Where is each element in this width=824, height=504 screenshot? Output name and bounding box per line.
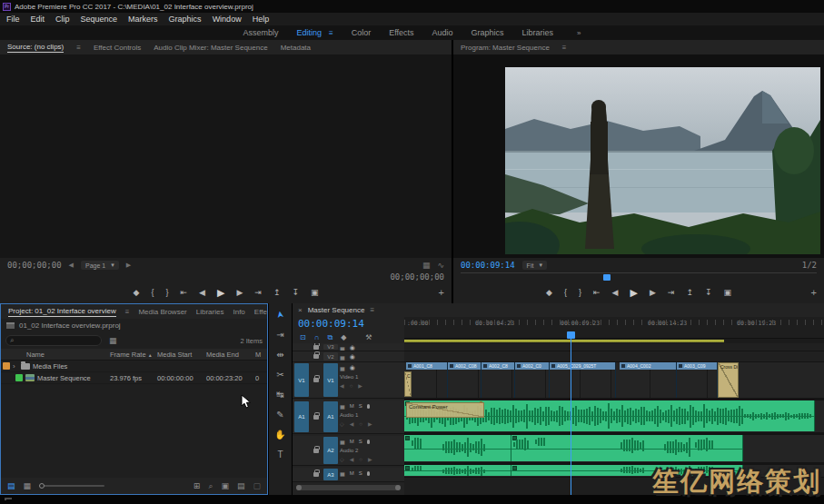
track-target-v2[interactable]: V2 <box>323 352 338 361</box>
track-target-a1[interactable]: A1 <box>323 401 338 432</box>
snap-icon[interactable]: ∩ <box>314 333 320 341</box>
video-clip[interactable]: A001_C8 <box>406 362 448 398</box>
sync-lock-icon[interactable]: ▦ <box>340 403 345 410</box>
voiceover-record-icon[interactable] <box>367 440 370 444</box>
workspace-assembly[interactable]: Assembly <box>243 28 278 37</box>
step-forward-icon[interactable]: ▶ <box>650 288 656 297</box>
go-to-out-icon[interactable]: ⇥ <box>668 288 675 297</box>
workspace-libraries[interactable]: Libraries <box>522 28 554 37</box>
timeline-timecode[interactable]: 00:00:09:14 <box>293 317 404 331</box>
prev-keyframe-icon[interactable]: ◀ <box>340 382 344 389</box>
mute-button[interactable]: M <box>350 439 354 444</box>
mark-in-icon[interactable]: { <box>151 288 154 297</box>
prev-keyframe-icon[interactable]: ◀ <box>350 456 354 462</box>
label-color-swatch[interactable] <box>3 362 10 370</box>
lane-v3[interactable] <box>404 343 824 351</box>
column-name[interactable]: Name <box>3 351 110 359</box>
solo-button[interactable]: S <box>359 403 362 409</box>
track-name[interactable]: Video 1 <box>340 372 404 381</box>
add-keyframe-icon[interactable]: ○ <box>359 457 362 462</box>
tab-audio-clip-mixer[interactable]: Audio Clip Mixer: Master Sequence <box>154 44 267 52</box>
button-editor-icon[interactable]: + <box>439 287 444 298</box>
tab-info[interactable]: Info <box>233 308 244 316</box>
extract-icon[interactable]: ↧ <box>705 288 712 297</box>
step-back-icon[interactable]: ◀ <box>199 288 205 297</box>
linked-selection-icon[interactable]: ⧉ <box>327 333 333 342</box>
program-video-frame[interactable] <box>505 67 820 254</box>
tab-program[interactable]: Program: Master Sequence <box>461 44 550 52</box>
add-keyframe-icon[interactable]: ○ <box>350 383 353 389</box>
prev-keyframe-icon[interactable]: ◀ <box>350 420 354 427</box>
ripple-edit-tool[interactable]: ⇹ <box>276 349 283 361</box>
razor-tool[interactable]: ✂ <box>276 369 283 380</box>
tab-libraries[interactable]: Libraries <box>196 308 224 316</box>
pen-tool[interactable]: ✎ <box>276 409 283 420</box>
next-keyframe-icon[interactable]: ▶ <box>358 382 362 389</box>
nest-toggle-icon[interactable]: ⊡ <box>300 333 306 341</box>
table-row-media-files[interactable]: › Media Files <box>1 361 267 372</box>
lane-a2[interactable] <box>404 433 824 463</box>
playback-resolution[interactable]: 1/2 <box>802 261 817 270</box>
hand-tool[interactable]: ✋ <box>274 429 285 440</box>
drag-video-icon[interactable]: ▦ <box>422 261 431 270</box>
button-editor-icon[interactable]: + <box>811 287 817 298</box>
video-transition-start[interactable]: C <box>404 371 412 397</box>
overwrite-icon[interactable]: ↧ <box>292 288 299 297</box>
column-m[interactable]: M <box>255 351 264 359</box>
sync-lock-icon[interactable]: ▦ <box>340 439 345 445</box>
workspace-overflow-icon[interactable]: » <box>577 29 581 37</box>
keyframe-icon[interactable]: ◇ <box>340 420 344 427</box>
list-view-icon[interactable]: ▤ <box>7 481 15 490</box>
add-marker-icon[interactable]: ◆ <box>341 333 346 341</box>
track-name[interactable]: Audio 1 <box>340 410 404 420</box>
workspace-color[interactable]: Color <box>352 28 372 37</box>
add-marker-icon[interactable]: ◆ <box>546 288 552 297</box>
source-patch-a1[interactable]: A1 <box>294 401 309 432</box>
column-frame-rate[interactable]: Frame Rate ▲ <box>110 351 157 359</box>
page-next-icon[interactable]: ▶ <box>126 262 131 269</box>
insert-icon[interactable]: ↥ <box>273 288 281 297</box>
track-select-forward-tool[interactable]: ⇥ <box>276 329 283 341</box>
export-frame-icon[interactable]: ▣ <box>723 288 731 297</box>
go-to-out-icon[interactable]: ⇥ <box>254 288 262 297</box>
tab-media-browser[interactable]: Media Browser <box>138 308 186 316</box>
slip-tool[interactable]: ↹ <box>276 389 283 400</box>
workspace-menu-icon[interactable]: ≡ <box>329 29 333 37</box>
mark-in-icon[interactable]: { <box>564 288 567 297</box>
mark-out-icon[interactable]: } <box>579 288 581 297</box>
lift-icon[interactable]: ↥ <box>686 288 693 297</box>
source-timecode[interactable]: 00;00;00;00 <box>7 261 62 270</box>
lock-icon[interactable] <box>311 351 322 361</box>
track-target-a2[interactable]: A2 <box>323 437 338 464</box>
delete-icon[interactable]: ▢ <box>253 481 261 491</box>
mark-out-icon[interactable]: } <box>165 288 168 297</box>
tab-metadata[interactable]: Metadata <box>281 44 311 52</box>
track-target-a3[interactable]: A3 <box>323 469 338 480</box>
track-header-v1[interactable]: V1 V1 ▦◉ Video 1 ◀○▶ <box>293 362 404 399</box>
audio-clip[interactable] <box>404 465 511 476</box>
column-media-start[interactable]: Media Start <box>157 351 206 359</box>
go-to-in-icon[interactable]: ⇤ <box>593 288 601 297</box>
menu-clip[interactable]: Clip <box>55 15 70 24</box>
next-keyframe-icon[interactable]: ▶ <box>368 420 372 427</box>
program-scrubber[interactable] <box>461 272 817 282</box>
cross-dissolve-transition[interactable]: Cross Dissol <box>718 362 739 398</box>
zoom-level-dropdown[interactable]: Fit ▾ <box>522 261 547 270</box>
lock-icon[interactable] <box>311 400 322 433</box>
icon-view-icon[interactable]: ▦ <box>24 481 32 490</box>
timeline-playhead[interactable] <box>571 339 571 495</box>
menu-graphics[interactable]: Graphics <box>169 15 202 24</box>
workspace-graphics[interactable]: Graphics <box>472 28 504 37</box>
program-playhead[interactable] <box>603 274 611 281</box>
menu-sequence[interactable]: Sequence <box>81 15 118 24</box>
workspace-audio[interactable]: Audio <box>432 28 453 37</box>
selection-tool[interactable]: ➤ <box>273 310 286 320</box>
toggle-track-output-icon[interactable]: ◉ <box>350 344 355 351</box>
tab-effect-controls[interactable]: Effect Controls <box>94 44 141 52</box>
track-header-v2[interactable]: V2 ▦◉ <box>293 351 404 362</box>
label-color-swatch[interactable] <box>15 374 23 381</box>
timeline-playhead-head[interactable] <box>567 331 575 339</box>
solo-button[interactable]: S <box>359 470 362 476</box>
lane-v2[interactable] <box>404 351 824 362</box>
voiceover-record-icon[interactable] <box>367 471 370 476</box>
